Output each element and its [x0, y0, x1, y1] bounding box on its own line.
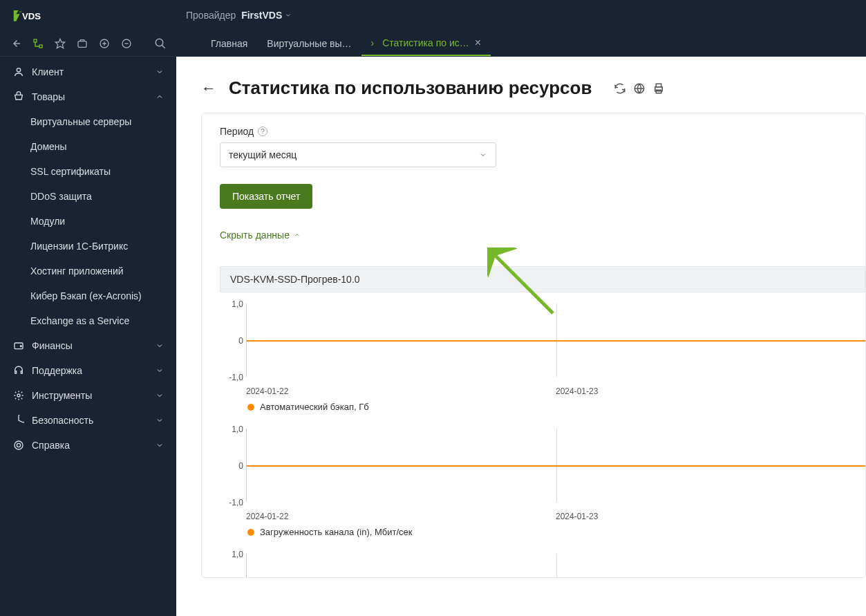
- plot-area: [246, 304, 865, 377]
- nav-tools[interactable]: Инструменты: [0, 383, 176, 408]
- chart-block: VDS-KVM-SSD-Прогрев-10.0 1,0 0 -1,0 2024…: [220, 266, 865, 577]
- nav-label: Инструменты: [32, 390, 92, 401]
- report-card: Период ? текущий месяц Показать отчет Ск…: [201, 113, 866, 578]
- content: ← Статистика по использованию ресурсов П…: [176, 57, 866, 616]
- provider-name[interactable]: FirstVDS: [241, 10, 282, 21]
- nav-sub-exchange[interactable]: Exchange as a Service: [0, 308, 176, 333]
- chevron-down-icon: [156, 391, 164, 400]
- svg-point-8: [156, 39, 163, 46]
- svg-point-13: [15, 441, 23, 449]
- logo[interactable]: VDSst: [0, 0, 176, 30]
- nav-sub-hosting[interactable]: Хостинг приложений: [0, 259, 176, 283]
- chevron-down-icon: [156, 441, 164, 449]
- print-icon[interactable]: [652, 82, 665, 95]
- refresh-icon[interactable]: [614, 82, 626, 95]
- nav-label: Справка: [32, 440, 70, 451]
- y-axis: 1,0 0 -1,0: [216, 424, 243, 507]
- pie-icon: [12, 414, 25, 427]
- nav-label: Поддержка: [32, 365, 82, 376]
- svg-rect-5: [78, 41, 86, 47]
- minus-circle-icon[interactable]: [120, 37, 133, 50]
- nav-sub-domains[interactable]: Домены: [0, 134, 176, 159]
- wallet-icon: [12, 339, 25, 352]
- headset-icon: [12, 364, 25, 377]
- svg-marker-4: [55, 39, 64, 48]
- nav-sub-ssl[interactable]: SSL сертификаты: [0, 159, 176, 184]
- tree-icon[interactable]: [32, 37, 44, 50]
- chevron-down-icon[interactable]: [285, 12, 292, 19]
- tabs: Главная Виртуальные вы… › Статистика по …: [176, 30, 866, 57]
- briefcase-icon[interactable]: [76, 37, 88, 50]
- close-icon[interactable]: ×: [475, 37, 481, 49]
- globe-icon[interactable]: [633, 82, 646, 95]
- cart-icon: [12, 91, 25, 103]
- svg-text:VDS: VDS: [22, 11, 41, 21]
- x-axis: 2024-01-22 2024-01-23: [246, 512, 865, 521]
- tab-stats[interactable]: › Статистика по ис… ×: [361, 30, 491, 56]
- plot-area: [246, 554, 865, 577]
- nav-finance[interactable]: Финансы: [0, 333, 176, 358]
- nav-label: Клиент: [32, 66, 64, 77]
- nav-help[interactable]: Справка: [0, 433, 176, 458]
- chevron-down-icon: [479, 151, 487, 159]
- chart-2-legend: Загруженность канала (in), Мбит/сек: [247, 527, 865, 537]
- legend-dot-icon: [247, 404, 254, 411]
- legend-dot-icon: [247, 529, 254, 536]
- nav-client[interactable]: Клиент: [0, 59, 176, 84]
- nav-sub-ddos[interactable]: DDoS защита: [0, 184, 176, 209]
- data-line: [247, 340, 865, 342]
- svg-rect-17: [657, 84, 662, 87]
- tab-main[interactable]: Главная: [201, 30, 257, 56]
- plus-circle-icon[interactable]: [98, 37, 111, 50]
- chart-1-legend: Автоматический бэкап, Гб: [247, 402, 865, 412]
- nav-security[interactable]: Безопасность: [0, 408, 176, 433]
- period-label: Период ?: [220, 126, 847, 137]
- back-icon[interactable]: [10, 37, 22, 50]
- nav-support[interactable]: Поддержка: [0, 358, 176, 383]
- nav-sub-backup[interactable]: Кибер Бэкап (ex-Acronis): [0, 283, 176, 308]
- page-header: ← Статистика по использованию ресурсов: [176, 57, 866, 113]
- chart-1: 1,0 0 -1,0 2024-01-22 2024-01-23: [216, 299, 865, 396]
- ring-icon: [12, 439, 25, 451]
- y-axis: 1,0 0 -1,0: [216, 299, 243, 382]
- search-icon[interactable]: [154, 37, 167, 50]
- nav-sub-vds[interactable]: Виртуальные серверы: [0, 109, 176, 134]
- svg-point-14: [17, 443, 20, 447]
- period-select[interactable]: текущий месяц: [220, 142, 496, 167]
- top-header: Провайдер FirstVDS: [176, 0, 866, 30]
- svg-point-12: [17, 394, 20, 397]
- chart-3: 1,0: [216, 550, 865, 577]
- chevron-down-icon: [156, 416, 164, 424]
- sidebar-toolbar: [0, 30, 176, 57]
- gear-icon: [12, 389, 25, 402]
- chevron-down-icon: [156, 68, 164, 76]
- provider-label: Провайдер: [186, 10, 236, 21]
- nav-label: Товары: [32, 91, 65, 102]
- x-axis: 2024-01-22 2024-01-23: [246, 386, 865, 396]
- nav-label: Безопасность: [32, 415, 93, 426]
- nav: Клиент Товары Виртуальные серверы Домены…: [0, 57, 176, 458]
- chart-section-title: VDS-KVM-SSD-Прогрев-10.0: [220, 266, 865, 292]
- star-icon[interactable]: [54, 37, 66, 50]
- nav-sub-bitrix[interactable]: Лицензии 1С-Битрикс: [0, 234, 176, 259]
- svg-rect-3: [39, 45, 42, 48]
- page-title: Статистика по использованию ресурсов: [229, 77, 592, 99]
- chevron-up-icon: [294, 232, 301, 239]
- nav-label: Финансы: [32, 340, 73, 351]
- period-value: текущий месяц: [229, 149, 296, 160]
- hide-data-link[interactable]: Скрыть данные: [220, 230, 301, 241]
- svg-point-9: [17, 68, 20, 72]
- svg-rect-2: [34, 39, 37, 42]
- show-report-button[interactable]: Показать отчет: [220, 184, 312, 209]
- svg-point-11: [20, 346, 21, 347]
- nav-sub-modules[interactable]: Модули: [0, 209, 176, 234]
- nav-products[interactable]: Товары: [0, 84, 176, 109]
- chevron-down-icon: [156, 366, 164, 375]
- user-icon: [12, 66, 25, 78]
- back-arrow-icon[interactable]: ←: [201, 80, 216, 97]
- tab-virtual[interactable]: Виртуальные вы…: [257, 30, 361, 56]
- chart-2: 1,0 0 -1,0 2024-01-22 2024-01-23: [216, 424, 865, 521]
- plot-area: [246, 429, 865, 502]
- y-axis: 1,0: [216, 550, 243, 577]
- help-icon[interactable]: ?: [258, 127, 267, 136]
